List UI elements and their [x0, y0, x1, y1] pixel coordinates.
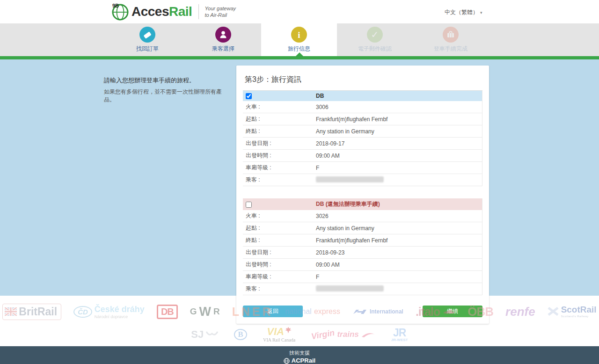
table-row: 車廂等級 :F: [243, 271, 482, 283]
segment-header-row: DB (還無法辦理乘車手續): [243, 198, 482, 210]
accesrail-logo: 9B AccesRail Your gateway to Air-Rail: [111, 2, 236, 21]
carrier-name: DB: [313, 91, 482, 101]
italo-hare-icon: [442, 309, 455, 314]
departure-date: 2018-09-23: [313, 247, 482, 259]
step-travel-information[interactable]: i 旅行信息: [261, 23, 337, 56]
step-label: 找回訂單: [136, 45, 159, 53]
table-row: 出發時間 :09:00 AM: [243, 150, 482, 162]
table-row: 終點 :Any station in Germany: [243, 125, 482, 138]
virgin-trains-logo: Virgin trains: [311, 330, 375, 340]
progress-step-bar: 找回訂單 乘客選擇 i 旅行信息 ✓ 電子郵件確認 登車手續完成: [0, 23, 599, 56]
britrail-logo: BritRail: [2, 304, 61, 320]
destination-station: Frankfurt(m)flughafen Fernbf: [313, 234, 482, 247]
renfe-logo: renfe: [505, 305, 535, 319]
table-row: 乘客 :: [243, 283, 482, 295]
info-icon: i: [291, 27, 307, 43]
departure-time: 09:00 AM: [313, 150, 482, 162]
step-passenger-selection[interactable]: 乘客選擇: [185, 23, 261, 56]
via-rail-logo: VIA VIA Rail Canada: [263, 327, 295, 342]
italo-logo: .italo: [416, 305, 455, 319]
step-label: 乘客選擇: [212, 45, 234, 53]
obb-logo: ÖBB: [468, 305, 493, 319]
intro-line-2: 如果您有多個行程，並不需要一次性辦理所有產品。: [104, 88, 230, 104]
table-row: 出發日期 :2018-09-23: [243, 247, 482, 259]
logo-badge: 9B: [112, 3, 119, 8]
ceske-drahy-logo: ČD České dráhy Národní dopravce: [73, 305, 145, 319]
main-content: 請輸入您想辦理登車手續的旅程。 如果您有多個行程，並不需要一次性辦理所有產品。 …: [0, 59, 599, 296]
carrier-name-warning: DB (還無法辦理乘車手續): [313, 198, 482, 210]
coach-class: F: [313, 271, 482, 283]
logo-tagline: Your gateway to Air-Rail: [205, 5, 236, 19]
table-row: 終點 :Frankfurt(m)flughafen Fernbf: [243, 234, 482, 247]
language-selector[interactable]: 中文（繁體）▾: [445, 8, 482, 16]
page-title: 第3步：旅行資訊: [243, 72, 482, 91]
gwr-logo: GWR: [190, 305, 220, 319]
table-row: 起點 :Frankfurt(m)flughafen Fernbf: [243, 113, 482, 125]
briefcase-icon: [443, 27, 459, 43]
saltire-icon: [548, 307, 559, 316]
check-icon: ✓: [367, 27, 383, 43]
intro-text: 請輸入您想辦理登車手續的旅程。 如果您有多個行程，並不需要一次性辦理所有產品。: [104, 76, 230, 104]
table-row: 出發時間 :09:00 AM: [243, 259, 482, 271]
top-header: 9B AccesRail Your gateway to Air-Rail 中文…: [0, 0, 599, 23]
sj-wings-icon: [206, 331, 218, 338]
table-row: 出發日期 :2018-09-17: [243, 138, 482, 150]
ns-arrows-icon: [352, 309, 367, 315]
site-footer: 技術支援 ACPRail: [0, 346, 599, 364]
accent-divider-bar: [0, 56, 599, 59]
departure-time: 09:00 AM: [313, 259, 482, 271]
step-label: 電子郵件確認: [358, 45, 392, 53]
step-email-confirmation: ✓ 電子郵件確認: [337, 23, 413, 56]
scotrail-logo: ScotRail Scotland's Railway: [548, 305, 597, 318]
ns-international-logo: International: [352, 308, 403, 315]
logo-wordmark: AccesRail: [131, 4, 192, 19]
origin-station: Frankfurt(m)flughafen Fernbf: [313, 113, 482, 125]
journey-segment-outbound: DB 火車 :3006 起點 :Frankfurt(m)flughafen Fe…: [243, 91, 482, 186]
globe-icon: 9B: [111, 2, 130, 21]
train-number: 3026: [313, 210, 482, 222]
origin-station: Any station in Germany: [313, 222, 482, 234]
passenger-name-redacted: [316, 176, 384, 182]
acprail-globe-icon: [284, 358, 290, 364]
segment-1-checkbox[interactable]: [246, 93, 252, 99]
maple-leaf-icon: [285, 327, 292, 334]
step-checkin-complete: 登車手續完成: [413, 23, 489, 56]
tech-support-link[interactable]: 技術支援: [289, 349, 310, 357]
train-number: 3006: [313, 101, 482, 113]
logo-divider: [198, 4, 199, 19]
lner-logo: LNER: [232, 305, 273, 319]
sncb-logo: B: [234, 329, 247, 340]
acprail-logo: ACPRail: [0, 357, 599, 364]
ticket-icon: [139, 27, 155, 43]
virgin-swoosh-icon: [361, 331, 375, 338]
active-step-arrow: [295, 52, 304, 57]
national-express-logo: nationalexpress: [285, 307, 340, 316]
segment-2-checkbox[interactable]: [246, 202, 252, 208]
language-selector-label: 中文（繁體）: [445, 9, 478, 15]
union-jack-icon: [5, 307, 17, 316]
chevron-down-icon: ▾: [480, 10, 482, 15]
table-row: 火車 :3026: [243, 210, 482, 222]
deutsche-bahn-logo: DB: [157, 305, 178, 319]
table-row: 車廂等級 :F: [243, 162, 482, 174]
intro-line-1: 請輸入您想辦理登車手續的旅程。: [104, 76, 230, 85]
person-icon: [215, 27, 231, 43]
coach-class: F: [313, 162, 482, 174]
step-label: 登車手續完成: [434, 45, 468, 53]
departure-date: 2018-09-17: [313, 138, 482, 150]
step-label: 旅行信息: [288, 45, 310, 53]
jr-west-logo: JR JR-WEST: [391, 328, 408, 342]
segment-header-row: DB: [243, 91, 482, 101]
destination-station: Any station in Germany: [313, 125, 482, 138]
sj-logo: SJ: [191, 328, 218, 341]
journey-segment-return: DB (還無法辦理乘車手續) 火車 :3026 起點 :Any station …: [243, 198, 482, 295]
table-row: 火車 :3006: [243, 101, 482, 113]
travel-info-card: 第3步：旅行資訊 DB 火車 :3006 起點 :Frankfurt(m)flu…: [236, 66, 489, 324]
table-row: 乘客 :: [243, 174, 482, 186]
step-retrieve-booking[interactable]: 找回訂單: [110, 23, 185, 56]
passenger-name-redacted: [316, 285, 384, 291]
table-row: 起點 :Any station in Germany: [243, 222, 482, 234]
